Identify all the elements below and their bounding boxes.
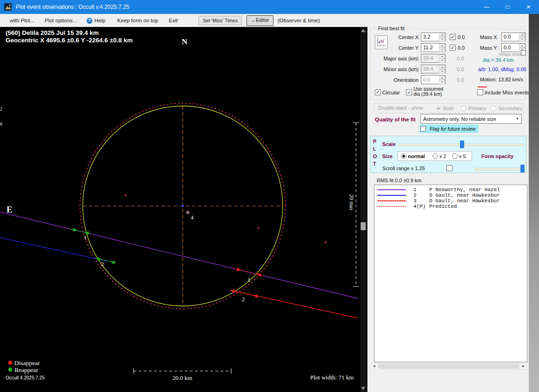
- chord2-reappear-errorbar[interactable]: [95, 257, 116, 264]
- menu-plot-options[interactable]: Plot options...: [43, 14, 79, 27]
- orientation-label: Orientation: [379, 77, 419, 83]
- chord-1-path[interactable]: [0, 212, 358, 299]
- assumed-diameter-line-icon: [478, 86, 487, 87]
- minor-axis-err-label: 0.0: [457, 66, 464, 72]
- center-y-value: 11.2: [421, 44, 439, 52]
- use-assumed-dia-checkbox[interactable]: [406, 89, 412, 95]
- hscroll-right-arrow[interactable]: [520, 363, 527, 369]
- mass-x-label: Mass X: [480, 34, 497, 40]
- opacity-slider-track[interactable]: [474, 168, 525, 170]
- menubar: with Plot... Plot options... Help Keep f…: [0, 14, 529, 27]
- size-options-box: normal x 2 x 5: [398, 151, 472, 161]
- observation-row[interactable]: 2 D Gault, near Hawkesbur: [374, 193, 527, 198]
- center-x-err-label: 0.0: [458, 34, 465, 40]
- observer-time-label[interactable]: {Observer & time}: [276, 14, 321, 27]
- edge-fragment: 2: [0, 106, 2, 112]
- chord1-reappear-errorbar[interactable]: [70, 228, 91, 235]
- help-icon: [87, 18, 93, 24]
- size-label: Size: [382, 153, 393, 159]
- minor-axis-label: Minor axis (km): [379, 66, 419, 72]
- spinner-arrows-icon: [439, 54, 445, 62]
- rms-fit-label: RMS fit 0.0 ±0.9 km: [377, 178, 422, 183]
- include-miss-checkbox[interactable]: [477, 89, 483, 95]
- chord2-reappear-label: 2: [101, 260, 104, 267]
- use-assumed-line2: dia (39.4 km): [413, 91, 442, 97]
- mass-x-spinner[interactable]: 0.0: [501, 33, 526, 41]
- quality-value: Astrometry only. No reliable size: [421, 116, 513, 122]
- occultation-plot-canvas[interactable]: 1 2 1 2 4 (560) Delila 2025 Jul 15 39.4 …: [0, 27, 367, 392]
- size-normal-label: normal: [408, 153, 425, 159]
- double-stars-primary-radio: [461, 106, 466, 111]
- set-miss-times-button[interactable]: Set 'Miss' Times: [199, 16, 242, 25]
- spinner-arrows-icon[interactable]: [439, 33, 445, 41]
- chord1-disappear-label: 1: [247, 276, 251, 283]
- double-stars-secondary-label: Secondary: [498, 106, 523, 111]
- circular-label: Circular: [382, 90, 400, 95]
- opacity-slider-thumb[interactable]: [520, 165, 525, 173]
- menu-exit[interactable]: Exit: [167, 14, 179, 27]
- form-opacity-label: Form opacity: [481, 153, 513, 159]
- mass-y-value: 0.0: [502, 44, 519, 52]
- plot-letter-p: P: [373, 139, 376, 144]
- observation-line-sample: [377, 189, 406, 190]
- minimize-button[interactable]: —: [476, 0, 497, 14]
- plot-vscrollbar[interactable]: [360, 27, 366, 392]
- center-x-label: Center X: [393, 34, 419, 40]
- hscroll-thumb[interactable]: [378, 364, 519, 369]
- quality-dropdown[interactable]: Astrometry only. No reliable size: [420, 114, 522, 124]
- chord-2-path[interactable]: [0, 238, 108, 261]
- diameter-label: dia = 39.4 km: [483, 57, 513, 63]
- observation-line-sample: [377, 195, 406, 196]
- scroll-range-label: Scroll range x 1.25: [382, 166, 425, 171]
- close-button[interactable]: ✕: [518, 0, 539, 14]
- disappear-legend-dot: [8, 361, 13, 365]
- observation-row[interactable]: 4(P) Predicted: [374, 204, 527, 209]
- predicted-path-dot: [258, 227, 260, 229]
- major-axis-label: Major axis (km): [379, 56, 419, 61]
- size-x2-radio[interactable]: [433, 153, 438, 159]
- hscroll-left-arrow[interactable]: [371, 363, 378, 369]
- size-x5-radio[interactable]: [452, 153, 458, 159]
- editor-button[interactable]: →Editor: [246, 15, 273, 26]
- center-y-err-label: 0.0: [458, 45, 465, 51]
- maximize-button[interactable]: □: [497, 0, 518, 14]
- find-best-fit-button[interactable]: [375, 35, 388, 49]
- plot-area: 1 2 1 2 4 (560) Delila 2025 Jul 15 39.4 …: [0, 27, 367, 392]
- center-x-lock-checkbox[interactable]: [450, 34, 456, 40]
- observations-hscrollbar[interactable]: [370, 363, 527, 370]
- east-label: E: [7, 205, 13, 214]
- axis-ratio-label: a/b: 1.00, dMag: 0.00: [478, 66, 526, 72]
- menu-keep-on-top[interactable]: Keep form on top: [116, 14, 160, 27]
- center-x-spinner[interactable]: 3.2: [421, 33, 446, 41]
- center-y-lock-checkbox[interactable]: [450, 45, 456, 51]
- side-panel: Find best fit Center X 3.2 0.0 Mass X 0.…: [367, 27, 529, 392]
- shape-model-checkbox[interactable]: [521, 50, 526, 55]
- use-assumed-dia-label: Use assumed dia (39.4 km): [413, 86, 443, 96]
- scroll-range-checkbox[interactable]: [446, 165, 452, 171]
- size-x5-label: x 5: [459, 153, 466, 159]
- spinner-arrows-icon[interactable]: [439, 44, 445, 52]
- spinner-arrows-icon[interactable]: [519, 33, 525, 41]
- observations-listbox[interactable]: 1 P Nosworthy, near Hazel 2 D Gault, nea…: [374, 185, 527, 362]
- menu-help[interactable]: Help: [93, 14, 107, 27]
- spinner-arrows-icon[interactable]: [439, 76, 445, 84]
- size-normal-radio[interactable]: [401, 153, 406, 159]
- menu-with-plot[interactable]: with Plot...: [8, 14, 36, 27]
- observation-row[interactable]: 1 P Nosworthy, near Hazel: [374, 187, 527, 193]
- scale-slider-thumb[interactable]: [460, 140, 464, 148]
- observation-name: D Gault, near Hawkesbur: [429, 198, 500, 204]
- orientation-spinner[interactable]: 0.0: [421, 75, 446, 84]
- flag-review-checkbox[interactable]: [420, 126, 426, 132]
- observation-row[interactable]: 3 D Gault, near Hawkesbur: [374, 198, 527, 204]
- window-title: Plot event observations : Occult v.4.202…: [16, 0, 129, 14]
- mass-x-value: 0.0: [502, 33, 519, 41]
- find-best-fit-title: Find best fit: [376, 26, 406, 31]
- chevron-down-icon[interactable]: [513, 117, 521, 121]
- major-axis-err-label: 0.0: [457, 56, 464, 61]
- app-window: Plot event observations : Occult v.4.202…: [0, 0, 539, 392]
- vscroll-thumb[interactable]: [361, 222, 366, 230]
- vscroll-track[interactable]: [360, 27, 366, 392]
- circular-checkbox[interactable]: [375, 89, 381, 95]
- center-y-spinner[interactable]: 11.2: [421, 43, 446, 52]
- geocenter-dot: [182, 205, 184, 207]
